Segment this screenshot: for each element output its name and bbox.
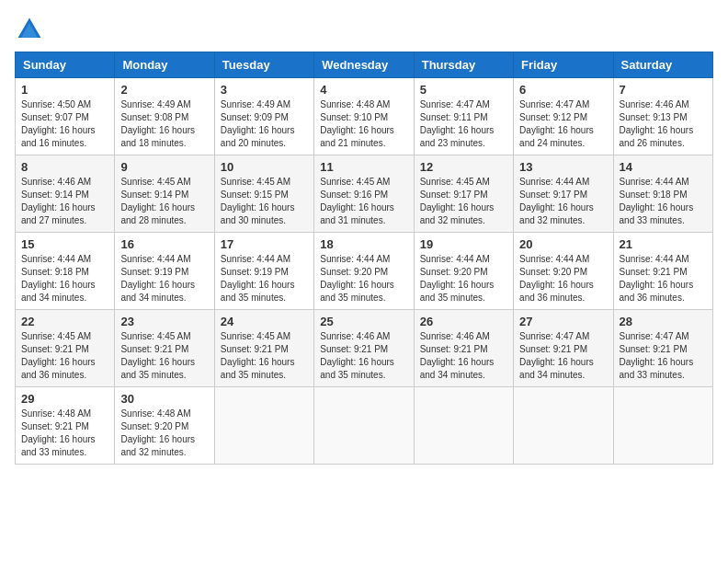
calendar-cell: 25Sunrise: 4:46 AM Sunset: 9:21 PM Dayli… bbox=[314, 310, 414, 387]
calendar-cell: 30Sunrise: 4:48 AM Sunset: 9:20 PM Dayli… bbox=[115, 387, 214, 465]
calendar-week-row: 1Sunrise: 4:50 AM Sunset: 9:07 PM Daylig… bbox=[16, 78, 713, 155]
calendar-cell: 1Sunrise: 4:50 AM Sunset: 9:07 PM Daylig… bbox=[16, 78, 115, 155]
day-info: Sunrise: 4:49 AM Sunset: 9:09 PM Dayligh… bbox=[221, 98, 308, 150]
day-info: Sunrise: 4:50 AM Sunset: 9:07 PM Dayligh… bbox=[21, 98, 108, 150]
logo-icon bbox=[15, 15, 44, 44]
day-number: 13 bbox=[519, 160, 607, 174]
calendar-cell: 27Sunrise: 4:47 AM Sunset: 9:21 PM Dayli… bbox=[514, 310, 613, 387]
day-info: Sunrise: 4:48 AM Sunset: 9:20 PM Dayligh… bbox=[120, 408, 208, 459]
day-info: Sunrise: 4:47 AM Sunset: 9:11 PM Dayligh… bbox=[420, 98, 507, 150]
calendar-cell: 6Sunrise: 4:47 AM Sunset: 9:12 PM Daylig… bbox=[514, 78, 613, 155]
calendar-cell: 20Sunrise: 4:44 AM Sunset: 9:20 PM Dayli… bbox=[514, 233, 613, 310]
calendar-cell: 7Sunrise: 4:46 AM Sunset: 9:13 PM Daylig… bbox=[613, 78, 712, 155]
calendar-cell: 8Sunrise: 4:46 AM Sunset: 9:14 PM Daylig… bbox=[16, 155, 115, 233]
day-number: 10 bbox=[221, 160, 308, 174]
day-number: 27 bbox=[519, 315, 607, 328]
calendar-table: SundayMondayTuesdayWednesdayThursdayFrid… bbox=[15, 52, 713, 465]
calendar-cell bbox=[314, 387, 414, 465]
day-info: Sunrise: 4:48 AM Sunset: 9:10 PM Dayligh… bbox=[320, 98, 407, 150]
day-info: Sunrise: 4:48 AM Sunset: 9:21 PM Dayligh… bbox=[21, 408, 108, 459]
day-number: 29 bbox=[21, 392, 108, 406]
day-info: Sunrise: 4:45 AM Sunset: 9:14 PM Dayligh… bbox=[120, 176, 208, 227]
calendar-cell bbox=[613, 387, 712, 465]
calendar-cell: 15Sunrise: 4:44 AM Sunset: 9:18 PM Dayli… bbox=[16, 233, 115, 310]
day-info: Sunrise: 4:44 AM Sunset: 9:18 PM Dayligh… bbox=[21, 253, 108, 304]
calendar-cell: 11Sunrise: 4:45 AM Sunset: 9:16 PM Dayli… bbox=[314, 155, 414, 233]
day-number: 25 bbox=[320, 315, 407, 328]
weekday-header-thursday: Thursday bbox=[414, 52, 513, 78]
day-info: Sunrise: 4:49 AM Sunset: 9:08 PM Dayligh… bbox=[120, 98, 208, 150]
day-info: Sunrise: 4:45 AM Sunset: 9:17 PM Dayligh… bbox=[420, 176, 507, 227]
calendar-cell: 9Sunrise: 4:45 AM Sunset: 9:14 PM Daylig… bbox=[115, 155, 214, 233]
day-number: 24 bbox=[221, 315, 308, 328]
day-info: Sunrise: 4:45 AM Sunset: 9:21 PM Dayligh… bbox=[21, 330, 108, 382]
day-info: Sunrise: 4:47 AM Sunset: 9:12 PM Dayligh… bbox=[519, 98, 607, 150]
calendar-cell: 14Sunrise: 4:44 AM Sunset: 9:18 PM Dayli… bbox=[613, 155, 712, 233]
calendar-cell: 24Sunrise: 4:45 AM Sunset: 9:21 PM Dayli… bbox=[214, 310, 313, 387]
day-info: Sunrise: 4:46 AM Sunset: 9:14 PM Dayligh… bbox=[21, 176, 108, 227]
calendar-cell: 21Sunrise: 4:44 AM Sunset: 9:21 PM Dayli… bbox=[613, 233, 712, 310]
day-number: 23 bbox=[120, 315, 208, 328]
calendar-cell bbox=[414, 387, 513, 465]
day-info: Sunrise: 4:44 AM Sunset: 9:20 PM Dayligh… bbox=[320, 253, 407, 304]
calendar-cell: 2Sunrise: 4:49 AM Sunset: 9:08 PM Daylig… bbox=[115, 78, 214, 155]
day-number: 7 bbox=[620, 83, 707, 97]
calendar-cell: 29Sunrise: 4:48 AM Sunset: 9:21 PM Dayli… bbox=[16, 387, 115, 465]
day-info: Sunrise: 4:44 AM Sunset: 9:20 PM Dayligh… bbox=[420, 253, 507, 304]
day-number: 19 bbox=[420, 237, 507, 251]
day-info: Sunrise: 4:44 AM Sunset: 9:18 PM Dayligh… bbox=[620, 176, 707, 227]
day-number: 5 bbox=[420, 83, 507, 97]
day-info: Sunrise: 4:46 AM Sunset: 9:21 PM Dayligh… bbox=[320, 330, 407, 382]
day-number: 6 bbox=[519, 83, 607, 97]
calendar-cell: 19Sunrise: 4:44 AM Sunset: 9:20 PM Dayli… bbox=[414, 233, 513, 310]
calendar-cell: 3Sunrise: 4:49 AM Sunset: 9:09 PM Daylig… bbox=[214, 78, 313, 155]
calendar-week-row: 22Sunrise: 4:45 AM Sunset: 9:21 PM Dayli… bbox=[16, 310, 713, 387]
calendar-cell: 17Sunrise: 4:44 AM Sunset: 9:19 PM Dayli… bbox=[214, 233, 313, 310]
calendar-cell bbox=[214, 387, 313, 465]
calendar-header: SundayMondayTuesdayWednesdayThursdayFrid… bbox=[16, 52, 713, 78]
calendar-cell: 13Sunrise: 4:44 AM Sunset: 9:17 PM Dayli… bbox=[514, 155, 613, 233]
day-number: 3 bbox=[221, 83, 308, 97]
calendar-cell: 28Sunrise: 4:47 AM Sunset: 9:21 PM Dayli… bbox=[613, 310, 712, 387]
day-info: Sunrise: 4:45 AM Sunset: 9:15 PM Dayligh… bbox=[221, 176, 308, 227]
day-number: 15 bbox=[21, 237, 108, 251]
calendar-cell: 23Sunrise: 4:45 AM Sunset: 9:21 PM Dayli… bbox=[115, 310, 214, 387]
day-info: Sunrise: 4:47 AM Sunset: 9:21 PM Dayligh… bbox=[620, 330, 707, 382]
day-info: Sunrise: 4:44 AM Sunset: 9:17 PM Dayligh… bbox=[519, 176, 607, 227]
day-number: 4 bbox=[320, 83, 407, 97]
day-number: 30 bbox=[120, 392, 208, 406]
calendar-week-row: 15Sunrise: 4:44 AM Sunset: 9:18 PM Dayli… bbox=[16, 233, 713, 310]
day-info: Sunrise: 4:46 AM Sunset: 9:13 PM Dayligh… bbox=[620, 98, 707, 150]
logo bbox=[15, 15, 48, 44]
day-info: Sunrise: 4:45 AM Sunset: 9:21 PM Dayligh… bbox=[221, 330, 308, 382]
weekday-header-friday: Friday bbox=[514, 52, 613, 78]
calendar-cell bbox=[514, 387, 613, 465]
day-number: 22 bbox=[21, 315, 108, 328]
weekday-header-monday: Monday bbox=[115, 52, 214, 78]
day-number: 17 bbox=[221, 237, 308, 251]
day-number: 16 bbox=[120, 237, 208, 251]
day-info: Sunrise: 4:44 AM Sunset: 9:19 PM Dayligh… bbox=[221, 253, 308, 304]
calendar-cell: 10Sunrise: 4:45 AM Sunset: 9:15 PM Dayli… bbox=[214, 155, 313, 233]
weekday-header-tuesday: Tuesday bbox=[214, 52, 313, 78]
calendar-body: 1Sunrise: 4:50 AM Sunset: 9:07 PM Daylig… bbox=[16, 78, 713, 465]
calendar-cell: 5Sunrise: 4:47 AM Sunset: 9:11 PM Daylig… bbox=[414, 78, 513, 155]
calendar-cell: 16Sunrise: 4:44 AM Sunset: 9:19 PM Dayli… bbox=[115, 233, 214, 310]
calendar-cell: 18Sunrise: 4:44 AM Sunset: 9:20 PM Dayli… bbox=[314, 233, 414, 310]
day-info: Sunrise: 4:45 AM Sunset: 9:16 PM Dayligh… bbox=[320, 176, 407, 227]
day-info: Sunrise: 4:45 AM Sunset: 9:21 PM Dayligh… bbox=[120, 330, 208, 382]
day-number: 9 bbox=[120, 160, 208, 174]
calendar-cell: 4Sunrise: 4:48 AM Sunset: 9:10 PM Daylig… bbox=[314, 78, 414, 155]
calendar-cell: 12Sunrise: 4:45 AM Sunset: 9:17 PM Dayli… bbox=[414, 155, 513, 233]
day-number: 12 bbox=[420, 160, 507, 174]
day-info: Sunrise: 4:44 AM Sunset: 9:19 PM Dayligh… bbox=[120, 253, 208, 304]
calendar-cell: 22Sunrise: 4:45 AM Sunset: 9:21 PM Dayli… bbox=[16, 310, 115, 387]
day-info: Sunrise: 4:47 AM Sunset: 9:21 PM Dayligh… bbox=[519, 330, 607, 382]
calendar-week-row: 8Sunrise: 4:46 AM Sunset: 9:14 PM Daylig… bbox=[16, 155, 713, 233]
weekday-header-row: SundayMondayTuesdayWednesdayThursdayFrid… bbox=[16, 52, 713, 78]
day-number: 21 bbox=[620, 237, 707, 251]
day-info: Sunrise: 4:46 AM Sunset: 9:21 PM Dayligh… bbox=[420, 330, 507, 382]
calendar-week-row: 29Sunrise: 4:48 AM Sunset: 9:21 PM Dayli… bbox=[16, 387, 713, 465]
day-number: 20 bbox=[519, 237, 607, 251]
day-number: 26 bbox=[420, 315, 507, 328]
